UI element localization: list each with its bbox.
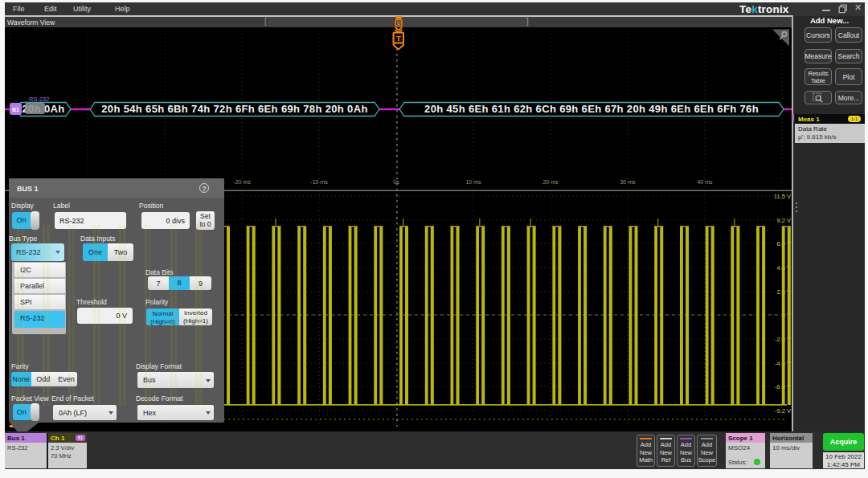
- svg-text:B1: B1: [12, 107, 19, 112]
- svg-text:30 ms: 30 ms: [620, 179, 636, 185]
- svg-text:10 ms: 10 ms: [465, 179, 481, 185]
- svg-text:9.2 V: 9.2 V: [776, 217, 791, 224]
- svg-text:-10 ms: -10 ms: [310, 179, 328, 185]
- svg-text:U: U: [397, 20, 401, 26]
- svg-text:20h 54h 65h 6Bh 74h 72h 6Fh 6E: 20h 54h 65h 6Bh 74h 72h 6Fh 6Eh 69h 78h …: [101, 103, 367, 115]
- svg-text:-9.2 V: -9.2 V: [775, 407, 791, 415]
- svg-text:0s: 0s: [393, 179, 399, 185]
- svg-text:-20 ms: -20 ms: [233, 179, 251, 185]
- svg-text:11.5 V: 11.5 V: [774, 193, 791, 200]
- svg-text:20 ms: 20 ms: [542, 179, 559, 185]
- svg-text:RS-232: RS-232: [29, 96, 49, 103]
- svg-text:T: T: [396, 34, 401, 43]
- svg-text:20h 45h 6Eh 61h 62h 6Ch 69h 6E: 20h 45h 6Eh 61h 62h 6Ch 69h 6Eh 67h 20h …: [424, 103, 759, 115]
- svg-text:40 ms: 40 ms: [697, 179, 713, 185]
